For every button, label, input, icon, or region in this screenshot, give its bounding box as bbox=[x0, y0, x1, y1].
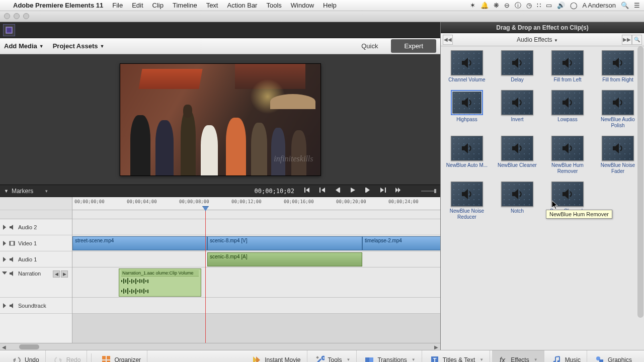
markers-label[interactable]: Markers bbox=[12, 188, 33, 195]
close-window-button[interactable] bbox=[4, 13, 10, 19]
graphics-button[interactable]: Graphics bbox=[589, 350, 638, 363]
menu-edit[interactable]: Edit bbox=[132, 2, 143, 9]
effect-item[interactable]: Fill from Right bbox=[594, 50, 642, 83]
tab-expert[interactable]: Expert bbox=[391, 39, 436, 53]
effect-item[interactable]: NewBlue Auto M... bbox=[443, 136, 491, 174]
zoom-window-button[interactable] bbox=[23, 13, 29, 19]
time-ruler[interactable]: 00;00;00;00 00;00;04;00 00;00;08;00 00;0… bbox=[72, 197, 440, 210]
narration-nav[interactable]: ◀▶ bbox=[53, 270, 68, 278]
effect-item[interactable]: NewBlue Cleaner bbox=[493, 136, 541, 174]
clip-scenic-audio[interactable]: scenic-8.mp4 [A] bbox=[207, 252, 362, 266]
minimize-window-button[interactable] bbox=[14, 13, 20, 19]
effects-back-button[interactable]: ◀◀ bbox=[443, 35, 453, 45]
redo-button[interactable]: Redo bbox=[48, 350, 88, 363]
menu-help[interactable]: Help bbox=[323, 2, 337, 9]
menubar-dots-icon[interactable]: ∷ bbox=[537, 2, 541, 9]
timeline-scrollbar[interactable]: ◀ ▶ bbox=[0, 343, 440, 350]
menu-text[interactable]: Text bbox=[206, 2, 218, 9]
menu-tools[interactable]: Tools bbox=[266, 2, 281, 9]
window-controls[interactable] bbox=[4, 13, 29, 19]
playhead-line[interactable] bbox=[205, 206, 206, 343]
menu-clip[interactable]: Clip bbox=[152, 2, 164, 9]
instant-movie-button[interactable]: Instant Movie bbox=[246, 350, 307, 363]
goto-end-button[interactable] bbox=[395, 187, 401, 195]
scroll-left-icon[interactable]: ◀ bbox=[1, 344, 7, 350]
organizer-button[interactable]: Organizer bbox=[96, 350, 147, 363]
workspace-icon[interactable] bbox=[3, 24, 15, 36]
help-icon[interactable]: ◯ bbox=[570, 2, 578, 9]
clip-street-scene[interactable]: street-scene.mp4 bbox=[72, 236, 207, 250]
preview-video[interactable]: infiniteskills bbox=[120, 63, 321, 176]
menu-file[interactable]: File bbox=[112, 2, 123, 9]
next-frame-button[interactable] bbox=[380, 187, 386, 195]
menu-list-icon[interactable]: ☰ bbox=[634, 2, 640, 9]
goto-start-button[interactable] bbox=[304, 187, 310, 195]
scroll-right-icon[interactable]: ▶ bbox=[433, 344, 439, 350]
step-back-button[interactable] bbox=[335, 187, 341, 195]
display-icon[interactable]: ▭ bbox=[546, 2, 552, 9]
volume-icon[interactable]: 🔊 bbox=[557, 2, 565, 9]
prev-frame-button[interactable] bbox=[319, 187, 326, 195]
titles-button[interactable]: TTitles & Text▼ bbox=[424, 350, 491, 363]
project-assets-button[interactable]: Project Assets▼ bbox=[53, 42, 105, 50]
effects-forward-button[interactable]: ▶▶ bbox=[622, 35, 632, 45]
effect-thumb bbox=[501, 50, 533, 75]
undo-button[interactable]: Undo bbox=[6, 350, 46, 363]
menu-window[interactable]: Window bbox=[291, 2, 314, 9]
effect-item[interactable]: NewBlue Noise Fader bbox=[594, 136, 642, 174]
step-forward-button[interactable] bbox=[365, 187, 371, 195]
effect-item[interactable]: Delay bbox=[493, 50, 541, 83]
tools-button[interactable]: Tools▼ bbox=[309, 350, 357, 363]
effect-label: Invert bbox=[511, 117, 523, 123]
track-video1[interactable]: street-scene.mp4 scenic-8.mp4 [V] timela… bbox=[72, 235, 440, 251]
effect-item[interactable]: Highpass bbox=[443, 90, 491, 129]
shuttle-slider[interactable] bbox=[421, 190, 436, 193]
clock-icon[interactable]: ◷ bbox=[526, 2, 532, 9]
clip-narration[interactable]: Narration_1.aac olume:Clip Volume bbox=[119, 268, 201, 297]
clip-timelapse[interactable]: timelapse-2.mp4 bbox=[362, 236, 440, 250]
current-timecode[interactable]: 00;00;10;02 bbox=[255, 188, 294, 195]
transitions-button[interactable]: Transitions▼ bbox=[359, 350, 422, 363]
markers-caret-icon[interactable]: ▼ bbox=[4, 189, 9, 194]
menubar-extra-icon[interactable]: ✶ bbox=[470, 2, 475, 9]
markers-dropdown-icon[interactable]: ▾ bbox=[45, 189, 48, 194]
play-button[interactable] bbox=[350, 187, 356, 195]
effect-item[interactable]: Invert bbox=[493, 90, 541, 129]
notifications-icon[interactable]: 🔔 bbox=[480, 2, 489, 9]
clip-scenic-video[interactable]: scenic-8.mp4 [V] bbox=[207, 236, 362, 250]
tab-quick[interactable]: Quick bbox=[348, 39, 391, 53]
spotlight-icon[interactable]: 🔍 bbox=[621, 2, 629, 9]
info-icon[interactable]: ⓘ bbox=[515, 1, 521, 10]
track-narration[interactable]: Narration_1.aac olume:Clip Volume bbox=[72, 267, 440, 298]
track-soundtrack[interactable] bbox=[72, 298, 440, 314]
effects-scrollbar[interactable] bbox=[637, 46, 643, 318]
menu-timeline[interactable]: Timeline bbox=[173, 2, 197, 9]
track-header-audio2[interactable]: Audio 2 bbox=[0, 219, 72, 235]
track-audio2[interactable] bbox=[72, 219, 440, 235]
menubar-extra-icon-2[interactable]: ❋ bbox=[494, 2, 499, 9]
add-media-button[interactable]: Add Media▼ bbox=[4, 42, 44, 50]
app-name[interactable]: Adobe Premiere Elements 11 bbox=[13, 2, 103, 9]
music-button[interactable]: Music bbox=[546, 350, 587, 363]
program-monitor: infiniteskills bbox=[0, 54, 440, 185]
effect-item[interactable]: Lowpass bbox=[543, 90, 592, 129]
effect-item[interactable]: Channel Volume bbox=[443, 50, 491, 83]
menu-actionbar[interactable]: Action Bar bbox=[227, 2, 257, 9]
effects-button[interactable]: fxEffects▼ bbox=[492, 350, 544, 363]
sync-icon[interactable]: ⊖ bbox=[504, 2, 510, 9]
effects-category-dropdown[interactable]: Audio Effects ▼ bbox=[453, 36, 622, 43]
track-audio1[interactable]: scenic-8.mp4 [A] bbox=[72, 251, 440, 267]
user-name[interactable]: A Anderson bbox=[583, 2, 616, 9]
effect-item[interactable]: NewBlue Hum Remover bbox=[543, 136, 592, 174]
effect-item[interactable]: NewBlue Noise Reducer bbox=[443, 182, 491, 220]
effect-item[interactable]: Fill from Left bbox=[543, 50, 592, 83]
effects-search-button[interactable]: 🔍 bbox=[632, 35, 642, 45]
track-header-audio1[interactable]: Audio 1 bbox=[0, 251, 72, 267]
track-header-video1[interactable]: Video 1 bbox=[0, 235, 72, 251]
effect-item[interactable]: NewBlue Audio Polish bbox=[594, 90, 642, 129]
scrollbar-thumb[interactable] bbox=[19, 344, 39, 349]
track-header-narration[interactable]: Narration ◀▶ bbox=[0, 267, 72, 298]
instant-movie-label: Instant Movie bbox=[265, 356, 300, 363]
track-header-soundtrack[interactable]: Soundtrack bbox=[0, 298, 72, 314]
effect-item[interactable]: Notch bbox=[493, 182, 541, 220]
